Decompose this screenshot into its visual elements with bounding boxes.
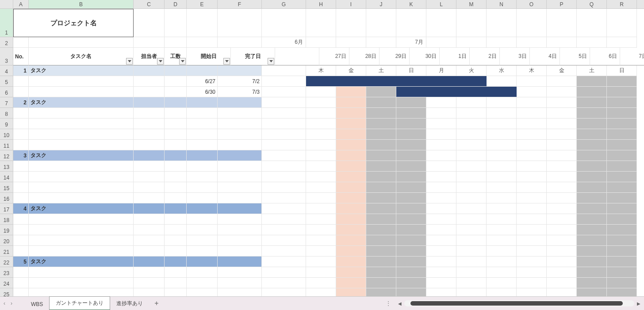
gantt-cell[interactable] (262, 97, 306, 108)
gantt-cell[interactable] (396, 214, 426, 225)
gantt-cell[interactable] (607, 214, 637, 225)
column-header[interactable]: H (306, 0, 336, 8)
gantt-cell[interactable] (366, 203, 396, 214)
cell[interactable] (134, 203, 165, 214)
cell[interactable]: タスク (29, 256, 134, 267)
gantt-cell[interactable] (336, 172, 366, 182)
gantt-cell[interactable] (577, 193, 607, 203)
cell[interactable] (165, 267, 187, 278)
add-sheet-button[interactable]: + (149, 299, 164, 307)
cell[interactable] (165, 225, 187, 235)
cell[interactable] (13, 161, 29, 172)
gantt-cell[interactable] (426, 193, 456, 203)
gantt-cell[interactable] (262, 278, 306, 288)
gantt-cell[interactable] (577, 288, 607, 296)
gantt-cell[interactable] (306, 108, 336, 119)
cell[interactable] (165, 87, 187, 97)
cell[interactable] (165, 65, 187, 76)
gantt-cell[interactable] (262, 225, 306, 235)
row-header-1[interactable]: 1 (0, 9, 13, 37)
cell[interactable] (187, 172, 218, 182)
gantt-cell[interactable] (336, 267, 366, 278)
cell[interactable] (187, 193, 218, 203)
select-all-corner[interactable] (0, 0, 13, 9)
cell[interactable] (366, 9, 396, 37)
gantt-cell[interactable] (336, 129, 366, 140)
gantt-cell[interactable] (456, 172, 487, 182)
cell[interactable] (13, 87, 29, 97)
cell[interactable] (218, 129, 262, 140)
cell[interactable]: 7月 (396, 37, 426, 48)
header-effort[interactable]: 工数 (165, 48, 187, 65)
cell[interactable] (13, 37, 29, 48)
gantt-cell[interactable] (426, 161, 456, 172)
column-header[interactable]: N (487, 0, 517, 8)
cell[interactable] (165, 172, 187, 182)
gantt-cell[interactable] (517, 203, 547, 214)
cell[interactable] (218, 161, 262, 172)
gantt-cell[interactable] (366, 235, 396, 246)
gantt-cell[interactable] (262, 193, 306, 203)
gantt-cell[interactable] (607, 246, 637, 256)
cell[interactable] (29, 76, 134, 87)
gantt-cell[interactable] (262, 119, 306, 129)
cell[interactable] (577, 9, 607, 37)
cell[interactable]: 4 (13, 203, 29, 214)
cell[interactable]: 6月 (262, 37, 306, 48)
cell[interactable] (218, 267, 262, 278)
project-title-cell[interactable]: プロジェクト名 (13, 9, 134, 37)
gantt-cell[interactable] (456, 182, 487, 193)
gantt-cell[interactable] (262, 65, 306, 76)
cell[interactable] (13, 267, 29, 278)
cell[interactable] (29, 87, 134, 97)
gantt-cell[interactable] (336, 76, 366, 87)
gantt-cell[interactable] (366, 140, 396, 150)
gantt-cell[interactable] (547, 172, 577, 182)
row-header[interactable]: 25 (0, 288, 13, 296)
gantt-cell[interactable] (396, 119, 426, 129)
gantt-cell[interactable] (456, 108, 487, 119)
cell[interactable] (134, 150, 165, 161)
cell[interactable] (134, 182, 165, 193)
gantt-cell[interactable] (396, 256, 426, 267)
cell[interactable] (165, 9, 187, 37)
cell[interactable] (134, 119, 165, 129)
cell[interactable] (218, 172, 262, 182)
sheet-tab[interactable]: WBS (25, 299, 49, 310)
cell[interactable] (336, 9, 366, 37)
gantt-cell[interactable] (547, 288, 577, 296)
cell[interactable] (187, 129, 218, 140)
cell[interactable] (134, 161, 165, 172)
gantt-cell[interactable] (426, 97, 456, 108)
cell[interactable] (13, 172, 29, 182)
row-21[interactable]: 21 (0, 246, 644, 256)
cell[interactable] (165, 129, 187, 140)
cell[interactable] (218, 140, 262, 150)
gantt-cell[interactable] (262, 172, 306, 182)
sheet-tab[interactable]: 進捗率あり (110, 297, 149, 310)
cell[interactable] (165, 278, 187, 288)
cell[interactable] (187, 235, 218, 246)
gantt-cell[interactable] (487, 203, 517, 214)
gantt-cell[interactable]: 金 (336, 65, 366, 76)
cell[interactable]: タスク (29, 203, 134, 214)
gantt-cell[interactable] (306, 119, 336, 129)
cell[interactable] (218, 182, 262, 193)
cell[interactable] (187, 9, 218, 37)
gantt-cell[interactable] (396, 182, 426, 193)
cell[interactable] (218, 119, 262, 129)
row-header[interactable]: 15 (0, 182, 13, 193)
cell[interactable] (29, 37, 134, 48)
cell[interactable] (165, 288, 187, 296)
cell[interactable] (29, 225, 134, 235)
gantt-cell[interactable] (487, 97, 517, 108)
gantt-cell[interactable] (262, 246, 306, 256)
gantt-cell[interactable] (607, 76, 637, 87)
gantt-cell[interactable] (517, 119, 547, 129)
row-header[interactable]: 23 (0, 267, 13, 278)
gantt-cell[interactable] (366, 256, 396, 267)
gantt-cell[interactable] (517, 129, 547, 140)
gantt-cell[interactable]: 木 (517, 65, 547, 76)
cell[interactable] (187, 150, 218, 161)
cell[interactable]: 3 (13, 150, 29, 161)
